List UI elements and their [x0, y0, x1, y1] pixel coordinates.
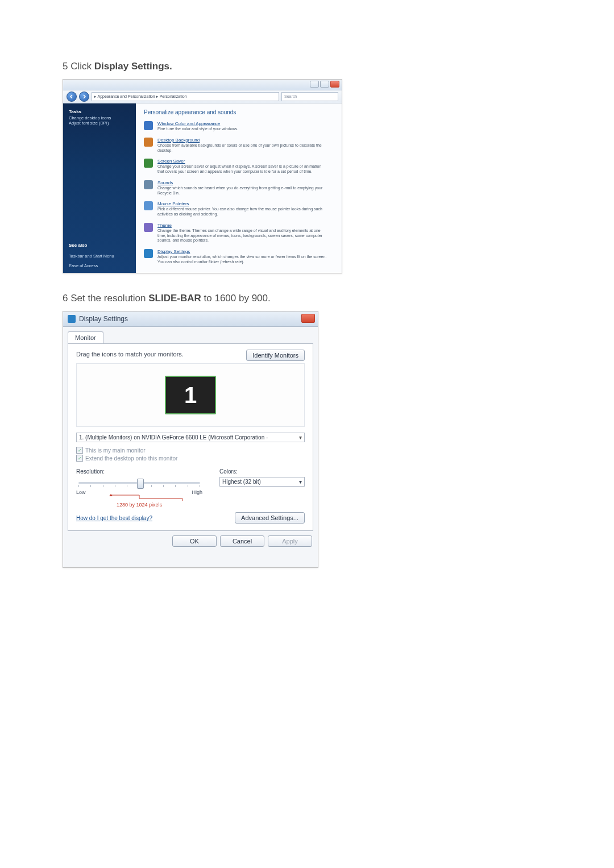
theme-icon [144, 223, 153, 232]
step-6-bold: SLIDE-BAR [148, 293, 201, 304]
identify-monitors-button[interactable]: Identify Monitors [246, 350, 305, 361]
resolution-marker-text: 1280 by 1024 pixels [76, 502, 202, 508]
apply-button[interactable]: Apply [268, 535, 312, 547]
ok-button[interactable]: OK [172, 535, 217, 547]
resolution-slider[interactable] [76, 477, 202, 488]
chevron-down-icon: ▾ [299, 479, 302, 485]
colors-value: Highest (32 bit) [222, 479, 261, 485]
cp-desc: Change your screen saver or adjust when … [157, 164, 328, 175]
cp-item-theme[interactable]: Theme Change the theme. Themes can chang… [144, 223, 334, 243]
check-extend-label: Extend the desktop onto this monitor [85, 455, 177, 462]
monitor-1[interactable]: 1 [165, 376, 216, 414]
cp-link-window-color[interactable]: Window Color and Appearance [157, 121, 238, 126]
cp-desc: Adjust your monitor resolution, which ch… [157, 255, 328, 265]
cp-desc: Change which sounds are heard when you d… [157, 186, 328, 196]
personalization-window: ▸ Appearance and Personalization ▸ Perso… [63, 79, 342, 273]
disp-checks: ✓ This is my main monitor ✓ Extend the d… [76, 447, 305, 462]
slider-high: High [192, 489, 202, 495]
marker-callout-icon [94, 494, 185, 502]
cp-link-theme[interactable]: Theme [157, 223, 328, 228]
mouse-pointers-icon [144, 201, 153, 210]
chevron-down-icon: ▾ [299, 434, 302, 441]
cp-link-sounds[interactable]: Sounds [157, 180, 328, 185]
advanced-settings-button[interactable]: Advanced Settings... [235, 512, 305, 524]
pers-sidebar: Tasks Change desktop icons Adjust font s… [63, 103, 136, 273]
pers-content: Personalize appearance and sounds Window… [136, 103, 342, 273]
sounds-icon [144, 180, 153, 189]
cp-desc: Choose from available backgrounds or col… [157, 143, 328, 153]
pers-page-title: Personalize appearance and sounds [144, 109, 334, 115]
cp-desc: Fine tune the color and style of your wi… [157, 127, 238, 132]
cp-link-display-settings[interactable]: Display Settings [157, 249, 328, 254]
display-settings-icon [144, 249, 153, 258]
cp-desc: Change the theme. Themes can change a wi… [157, 229, 328, 243]
sidebar-see-also: See also [69, 243, 130, 248]
step-5-prefix: Click [70, 61, 94, 72]
cp-item-screen-saver[interactable]: Screen Saver Change your screen saver or… [144, 159, 334, 175]
colors-select[interactable]: Highest (32 bit) ▾ [219, 477, 305, 487]
slider-thumb[interactable] [137, 479, 144, 489]
forward-button[interactable] [79, 92, 89, 102]
maximize-button[interactable] [320, 81, 329, 88]
sidebar-heading: Tasks [69, 109, 130, 114]
help-link[interactable]: How do I get the best display? [76, 515, 152, 521]
disp-titlebar: Display Settings [63, 312, 318, 327]
cp-item-display-settings[interactable]: Display Settings Adjust your monitor res… [144, 249, 334, 265]
dialog-buttons: OK Cancel Apply [63, 535, 318, 553]
disp-tabstrip: Monitor [63, 327, 318, 343]
display-settings-window: Display Settings Monitor Drag the icons … [63, 311, 318, 568]
minimize-button[interactable] [310, 81, 319, 88]
resolution-marker: 1280 by 1024 pixels [76, 494, 202, 508]
colors-label: Colors: [219, 468, 305, 475]
step-6-mid1: Set the resolution [70, 293, 148, 304]
checkbox-extend-desktop[interactable]: ✓ [76, 455, 83, 462]
cp-item-mouse-pointers[interactable]: Mouse Pointers Pick a different mouse po… [144, 201, 334, 217]
search-input[interactable]: Search [281, 92, 338, 101]
step-6-number: 6 [63, 293, 68, 304]
monitor-select-value: 1. (Multiple Monitors) on NVIDIA GeForce… [79, 434, 268, 441]
cp-item-desktop-bg[interactable]: Desktop Background Choose from available… [144, 138, 334, 153]
close-button[interactable] [330, 81, 339, 88]
step-5-number: 5 [63, 61, 68, 72]
sidebar-link-ease[interactable]: Ease of Access [69, 263, 130, 268]
step-5-bold: Display Settings. [94, 61, 172, 72]
check-main-label: This is my main monitor [85, 447, 146, 454]
checkbox-main-monitor[interactable]: ✓ [76, 447, 83, 454]
back-button[interactable] [67, 92, 77, 102]
monitor-area[interactable]: 1 [76, 363, 305, 427]
breadcrumb[interactable]: ▸ Appearance and Personalization ▸ Perso… [92, 92, 279, 101]
cp-link-desktop-bg[interactable]: Desktop Background [157, 138, 328, 143]
slider-low: Low [76, 489, 86, 495]
disp-tabbody: Drag the icons to match your monitors. I… [68, 343, 313, 531]
tab-monitor[interactable]: Monitor [68, 331, 103, 343]
step-5: 5 Click Display Settings. [63, 61, 551, 72]
sidebar-link-taskbar[interactable]: Taskbar and Start Menu [69, 254, 130, 259]
pers-addressbar: ▸ Appearance and Personalization ▸ Perso… [63, 90, 342, 103]
sidebar-link-font-size[interactable]: Adjust font size (DPI) [69, 121, 130, 126]
cp-item-window-color[interactable]: Window Color and Appearance Fine tune th… [144, 121, 334, 132]
cp-link-screen-saver[interactable]: Screen Saver [157, 159, 328, 164]
disp-title-icon [68, 315, 76, 323]
step-6-mid2: to 1600 by 900. [201, 293, 271, 304]
cp-desc: Pick a different mouse pointer. You can … [157, 207, 328, 217]
pers-titlebar [63, 80, 342, 90]
cp-item-sounds[interactable]: Sounds Change which sounds are heard whe… [144, 180, 334, 196]
cp-link-mouse-pointers[interactable]: Mouse Pointers [157, 201, 328, 206]
screen-saver-icon [144, 159, 153, 168]
window-color-icon [144, 121, 153, 130]
disp-title: Display Settings [79, 315, 128, 323]
cancel-button[interactable]: Cancel [220, 535, 264, 547]
monitor-select[interactable]: 1. (Multiple Monitors) on NVIDIA GeForce… [76, 433, 305, 442]
resolution-label: Resolution: [76, 468, 202, 475]
sidebar-link-desktop-icons[interactable]: Change desktop icons [69, 115, 130, 121]
desktop-bg-icon [144, 138, 153, 147]
step-6: 6 Set the resolution SLIDE-BAR to 1600 b… [63, 293, 551, 304]
close-button[interactable] [301, 314, 315, 323]
